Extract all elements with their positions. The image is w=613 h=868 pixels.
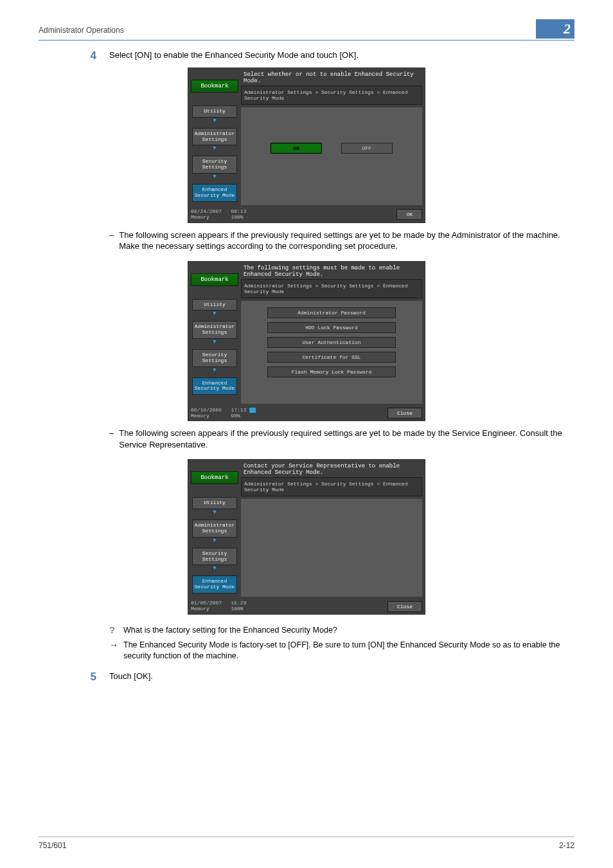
panel-message: Contact your Service Representative to e… <box>241 460 425 477</box>
chapter-number-badge: 2 <box>536 19 574 39</box>
qa-question: What is the factory setting for the Enha… <box>123 625 337 636</box>
chevron-down-icon: ▼ <box>188 146 241 152</box>
note-text: The following screen appears if the prev… <box>119 428 574 450</box>
close-button[interactable]: Close <box>387 408 422 419</box>
on-toggle[interactable]: ON <box>271 143 322 154</box>
req-user-auth[interactable]: User Authentication <box>267 337 396 348</box>
bookmark-button[interactable]: Bookmark <box>191 471 238 484</box>
bullet-dash: – <box>109 428 114 450</box>
footer-model: 751/601 <box>39 841 66 850</box>
section-heading: Administrator Operations <box>39 26 124 35</box>
chevron-down-icon: ▼ <box>188 538 241 544</box>
bookmark-button[interactable]: Bookmark <box>191 273 238 286</box>
side-admin-settings[interactable]: Administrator Settings <box>192 520 237 538</box>
side-security-settings[interactable]: Security Settings <box>192 349 237 367</box>
bookmark-button[interactable]: Bookmark <box>191 80 238 93</box>
chevron-down-icon: ▼ <box>188 368 241 374</box>
breadcrumb: Administrator Settings > Security Settin… <box>241 477 422 496</box>
side-admin-settings[interactable]: Administrator Settings <box>192 128 237 146</box>
side-utility[interactable]: Utility <box>192 299 237 311</box>
side-security-settings[interactable]: Security Settings <box>192 548 237 566</box>
chevron-down-icon: ▼ <box>188 311 241 317</box>
chevron-down-icon: ▼ <box>188 174 241 180</box>
step-instruction: Touch [OK]. <box>109 671 574 683</box>
status-flag-icon <box>249 408 256 413</box>
question-icon: ? <box>109 625 118 636</box>
step-number: 5 <box>39 671 96 683</box>
chevron-down-icon: ▼ <box>188 566 241 572</box>
req-hdd-lock-password[interactable]: HDD Lock Password <box>267 322 396 333</box>
req-admin-password[interactable]: Administrator Password <box>267 307 396 318</box>
step-instruction: Select [ON] to enable the Enhanced Secur… <box>109 50 574 61</box>
side-enhanced-security[interactable]: Enhanced Security Mode <box>192 184 237 202</box>
footer-page-number: 2-12 <box>559 841 574 850</box>
breadcrumb: Administrator Settings > Security Settin… <box>241 279 422 298</box>
panel-message: Select whether or not to enable Enhanced… <box>241 68 425 86</box>
close-button[interactable]: Close <box>387 601 422 612</box>
off-toggle[interactable]: OFF <box>341 143 393 154</box>
status-bar: 08/24/2007 08:13 Memory 100% <box>191 209 246 221</box>
req-flash-lock-password[interactable]: Flash Memory Lock Password <box>267 366 396 377</box>
side-utility[interactable]: Utility <box>192 497 237 509</box>
printer-panel-required-settings: Bookmark Utility ▼ Administrator Setting… <box>188 261 425 422</box>
side-utility[interactable]: Utility <box>192 105 237 118</box>
ok-button[interactable]: OK <box>396 209 422 220</box>
printer-panel-contact-service: Bookmark Utility ▼ Administrator Setting… <box>188 459 425 615</box>
side-admin-settings[interactable]: Administrator Settings <box>192 321 237 339</box>
qa-answer: The Enhanced Security Mode is factory-se… <box>123 640 574 662</box>
side-enhanced-security[interactable]: Enhanced Security Mode <box>192 575 237 593</box>
chevron-down-icon: ▼ <box>188 118 241 124</box>
status-bar: 01/06/2007 15:29 Memory 100% <box>191 601 246 612</box>
note-text: The following screen appears if the prev… <box>119 230 574 252</box>
bullet-dash: – <box>109 230 114 252</box>
side-security-settings[interactable]: Security Settings <box>192 156 237 174</box>
arrow-right-icon: → <box>109 640 118 662</box>
status-bar: 06/18/2008 17:13 Memory 90% <box>191 408 256 419</box>
chevron-down-icon: ▼ <box>188 339 241 345</box>
breadcrumb: Administrator Settings > Security Settin… <box>241 86 422 105</box>
chevron-down-icon: ▼ <box>188 510 241 516</box>
panel-message: The following settings must be made to e… <box>241 262 425 279</box>
printer-panel-enable: Bookmark Utility ▼ Administrator Setting… <box>188 68 425 223</box>
req-ssl-cert[interactable]: Certificate for SSL <box>267 352 396 363</box>
step-number: 4 <box>39 50 96 62</box>
side-enhanced-security[interactable]: Enhanced Security Mode <box>192 377 237 395</box>
